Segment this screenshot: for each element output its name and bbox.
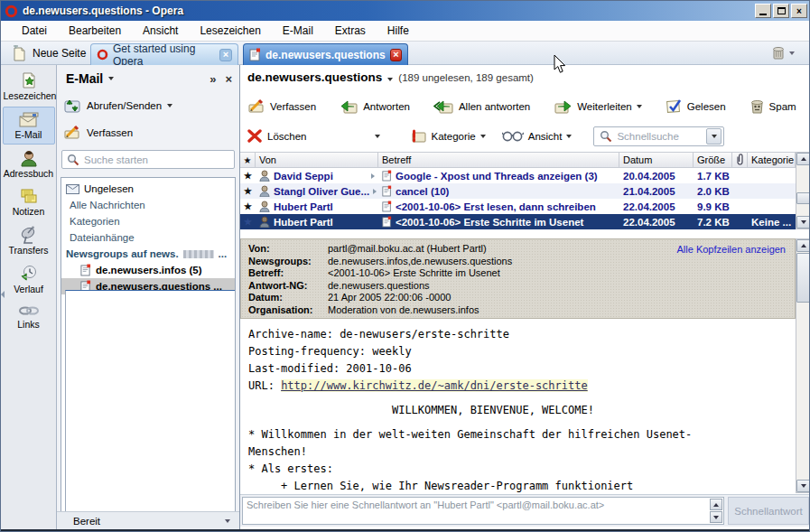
menu-hilfe[interactable]: Hilfe [377, 22, 419, 40]
scrollbar-thumb[interactable] [796, 192, 810, 204]
send-receive-dropdown-icon[interactable] [167, 104, 172, 107]
scroll-down-button[interactable] [710, 511, 722, 523]
star-icon[interactable]: ★ [244, 171, 252, 181]
view-dropdown-icon[interactable] [566, 135, 572, 138]
panel-expand-icon[interactable]: » [209, 72, 216, 86]
minimize-button[interactable] [755, 4, 771, 18]
spam-button[interactable]: Spam [749, 98, 796, 114]
panel-search-input[interactable]: Suche starten [61, 150, 235, 169]
sidebar-item-verlauf[interactable]: Verlauf [3, 261, 55, 299]
message-list-scrollbar[interactable] [796, 152, 810, 229]
quick-reply-input[interactable] [242, 497, 724, 525]
sidebar-item-notizen[interactable]: Notizen [3, 184, 55, 221]
menu-ansicht[interactable]: Ansicht [133, 22, 188, 40]
star-icon[interactable]: ★ [244, 201, 252, 211]
scroll-up-button[interactable] [710, 499, 722, 510]
forward-dropdown-icon[interactable] [637, 105, 642, 108]
view-button[interactable]: Ansicht [502, 130, 573, 142]
reply-all-button[interactable]: Allen antworten [433, 99, 530, 114]
sidebar-item-transfers[interactable]: Transfers [3, 222, 55, 260]
sidebar-item-adressbuch[interactable]: Adressbuch [3, 145, 55, 183]
panel-close-icon[interactable]: × [225, 72, 232, 86]
message-row[interactable]: ★ Stangl Oliver Gue... cancel (10) 21.04… [240, 183, 810, 199]
compose-button[interactable]: Verfassen [63, 125, 133, 140]
column-groesse[interactable]: Größe [694, 153, 732, 167]
category-dropdown-icon[interactable] [480, 135, 486, 138]
forward-button[interactable]: Weiterleiten [554, 99, 642, 114]
message-row[interactable]: ★ David Seppi Google - Xpost und Threads… [240, 168, 810, 183]
delete-dropdown-icon[interactable] [375, 135, 380, 138]
message-view-scrollbar[interactable] [796, 238, 810, 493]
status-text: Bereit [73, 516, 100, 527]
menu-datei[interactable]: Datei [12, 22, 57, 40]
column-von[interactable]: Von [256, 153, 378, 167]
maximize-button[interactable] [773, 4, 789, 18]
reply-label: Antworten [363, 101, 410, 112]
redacted-server-name [183, 250, 214, 258]
column-flag[interactable]: ★ [240, 153, 256, 167]
sidebar-item-lesezeichen[interactable]: Lesezeichen [3, 68, 55, 106]
column-datum[interactable]: Datum [619, 153, 694, 167]
tree-item-de-newusers-infos[interactable]: de.newusers.infos (5) [61, 262, 235, 278]
panel-collapse-handle[interactable] [1, 279, 6, 310]
reply-button[interactable]: Antworten [340, 99, 410, 114]
thread-expander-icon[interactable] [371, 173, 375, 179]
tab-get-started[interactable]: Get started using Opera × [90, 43, 238, 65]
tree-item-ungelesen[interactable]: Ungelesen [61, 181, 235, 197]
header-value: Moderation von de.newusers.infos [328, 304, 479, 317]
tab-de-newusers-questions[interactable]: de.newusers.questions × [243, 43, 408, 65]
scroll-down-button[interactable] [796, 216, 810, 229]
category-button[interactable]: Kategorie [409, 129, 485, 144]
panel-title[interactable]: E-Mail [66, 71, 103, 86]
trash-icon[interactable] [771, 45, 786, 61]
quicksearch-placeholder: Schnellsuche [617, 131, 702, 142]
scrollbar-thumb[interactable] [796, 253, 810, 303]
show-all-headers-link[interactable]: Alle Kopfzeilen anzeigen [677, 244, 786, 255]
sidebar-item-links[interactable]: Links [3, 300, 55, 334]
thread-expander-icon[interactable] [373, 189, 377, 194]
reply-all-icon [433, 99, 454, 114]
compose-button[interactable]: Verfassen [247, 98, 316, 114]
body-link[interactable]: http://www.kirchwitz.de/~amk/dni/erste-s… [281, 379, 588, 392]
status-dropdown-icon[interactable] [225, 519, 230, 523]
view-title[interactable]: de.newusers.questions [247, 70, 382, 84]
scroll-up-button[interactable] [796, 153, 810, 165]
star-icon[interactable]: ★ [244, 186, 252, 196]
tree-item-newsgroups-server[interactable]: Newsgroups auf news.... [61, 246, 235, 262]
menu-email[interactable]: E-Mail [273, 22, 323, 40]
quick-reply-send-button[interactable]: Schnellantwort [728, 497, 809, 525]
menu-lesezeichen[interactable]: Lesezeichen [190, 22, 270, 40]
tab-close-icon[interactable]: × [219, 49, 232, 61]
quicksearch-dropdown-button[interactable] [706, 128, 722, 145]
news-post-icon [382, 185, 392, 197]
mail-folder-tree: Ungelesen Alle Nachrichten Kategorien Da… [61, 177, 236, 532]
column-betreff[interactable]: Betreff [378, 153, 619, 167]
message-list: ★ Von Betreff Datum Größe Kategorie ★ Da… [240, 152, 810, 229]
message-row-selected[interactable]: ★ Hubert Partl <2001-10-06> Erste Schrit… [240, 214, 810, 229]
tree-item-alle-nachrichten[interactable]: Alle Nachrichten [61, 197, 235, 213]
quicksearch-input[interactable]: Schnellsuche [593, 126, 724, 146]
sidebar-item-email[interactable]: E-Mail [3, 107, 55, 145]
message-row[interactable]: ★ Hubert Partl <2001-10-06> Erst lesen, … [240, 199, 810, 214]
menu-extras[interactable]: Extras [325, 22, 376, 40]
menu-bearbeiten[interactable]: Bearbeiten [59, 22, 131, 40]
view-title-dropdown-icon[interactable] [387, 78, 393, 81]
collapse-down-icon[interactable] [65, 290, 236, 532]
column-attachment[interactable] [732, 153, 748, 167]
trash-dropdown-icon[interactable] [789, 51, 795, 55]
star-icon[interactable]: ★ [244, 217, 252, 227]
scroll-up-button[interactable] [796, 239, 810, 252]
new-page-button[interactable]: Neue Seite [5, 43, 93, 63]
send-receive-button[interactable]: Abrufen/Senden [63, 98, 172, 114]
close-button[interactable]: × [791, 4, 807, 18]
delete-button[interactable]: Löschen [247, 129, 306, 143]
tab-close-icon[interactable]: × [390, 49, 402, 61]
scroll-down-button[interactable] [796, 480, 810, 492]
message-date: 20.04.2005 [619, 171, 694, 182]
mark-read-button[interactable]: Gelesen [666, 98, 726, 114]
tree-item-kategorien[interactable]: Kategorien [61, 213, 235, 229]
column-kategorie[interactable]: Kategorie [748, 153, 796, 167]
panel-title-dropdown-icon[interactable] [108, 77, 114, 80]
tree-item-dateianhaenge[interactable]: Dateianhänge [61, 229, 235, 246]
header-value: partl@mail.boku.ac.at (Hubert Partl) [328, 243, 487, 256]
